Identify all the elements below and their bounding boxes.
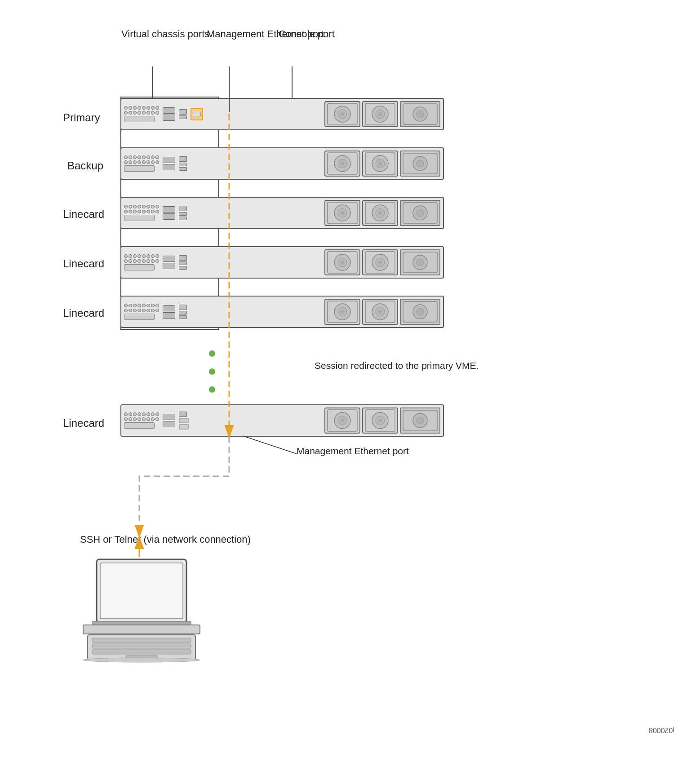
svg-rect-68 — [92, 621, 191, 625]
svg-point-40 — [378, 261, 382, 264]
label-linecard4: Linecard — [63, 417, 104, 430]
svg-point-14 — [341, 162, 344, 165]
ellipsis-dot-2 — [209, 368, 215, 375]
label-backup: Backup — [67, 159, 103, 172]
svg-point-43 — [417, 259, 424, 266]
svg-point-32 — [417, 209, 424, 217]
svg-point-10 — [417, 111, 424, 118]
image-id: g020008 — [649, 726, 674, 734]
svg-point-36 — [341, 261, 344, 264]
chassis-primary — [120, 98, 444, 130]
svg-point-62 — [378, 419, 382, 422]
mgmt-eth-port-primary — [191, 108, 203, 120]
svg-point-47 — [341, 310, 344, 314]
svg-point-29 — [378, 211, 382, 215]
label-virtual-chassis-ports: Virtual chassis ports — [121, 28, 209, 41]
ellipsis-dot-1 — [209, 350, 215, 357]
svg-point-25 — [341, 211, 344, 215]
diagram-container: Virtual chassis ports Management Etherne… — [0, 0, 674, 784]
chassis-linecard3 — [120, 296, 444, 328]
svg-point-65 — [417, 417, 424, 424]
svg-point-7 — [378, 112, 382, 116]
label-linecard2: Linecard — [63, 257, 104, 270]
chassis-linecard4 — [120, 404, 444, 437]
label-primary: Primary — [63, 111, 100, 124]
chassis-linecard2 — [120, 246, 444, 279]
svg-point-75 — [83, 658, 200, 662]
annotation-ssh-telnet: SSH or Telnet (via network connection) — [80, 533, 251, 546]
svg-line-85 — [243, 436, 297, 454]
svg-point-18 — [378, 162, 382, 165]
chassis-linecard1 — [120, 197, 444, 229]
svg-rect-73 — [92, 650, 191, 654]
svg-point-21 — [417, 160, 424, 167]
svg-rect-71 — [92, 638, 191, 642]
svg-point-58 — [341, 419, 344, 422]
label-linecard3: Linecard — [63, 307, 104, 319]
svg-point-51 — [378, 310, 382, 314]
svg-rect-72 — [92, 644, 191, 648]
chassis-backup — [120, 147, 444, 180]
svg-point-54 — [417, 308, 424, 315]
svg-point-3 — [341, 112, 344, 116]
ellipsis-dot-3 — [209, 386, 215, 393]
label-console-port: Console port — [279, 28, 335, 41]
svg-rect-67 — [100, 563, 183, 619]
label-linecard1: Linecard — [63, 208, 104, 221]
annotation-mgmt-eth-bottom: Management Ethernet port — [297, 445, 409, 457]
laptop-illustration — [74, 555, 209, 669]
svg-rect-69 — [83, 625, 200, 634]
annotation-session-redirected: Session redirected to the primary VME. — [315, 359, 479, 372]
